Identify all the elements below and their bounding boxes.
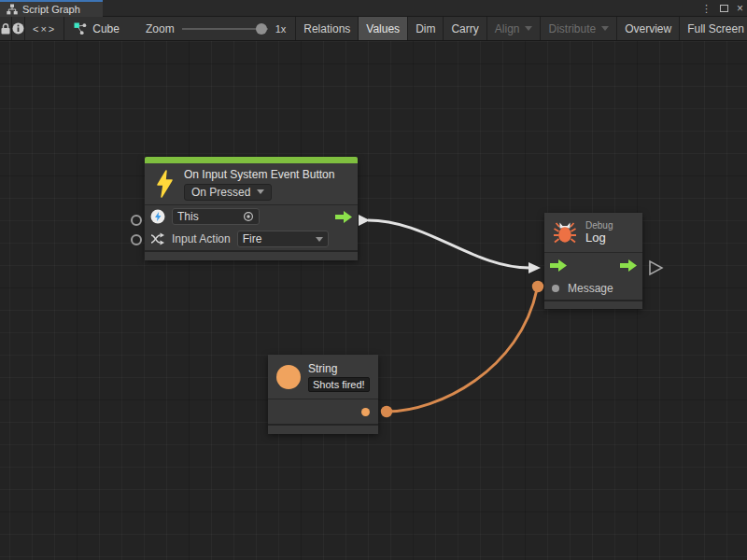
graph-breadcrumb-bar: Cube Zoom 1x [64, 17, 296, 40]
flow-input-port[interactable] [550, 259, 567, 272]
target-object-field[interactable]: This [172, 208, 260, 225]
zoom-label: Zoom [146, 22, 175, 35]
event-mode-value: On Pressed [191, 186, 250, 199]
node-string-literal[interactable]: String Shots fired! [268, 355, 378, 434]
input-action-dropdown[interactable]: Fire [237, 231, 329, 247]
node-title: String [308, 362, 370, 375]
distribute-button[interactable]: Distribute [541, 17, 617, 40]
node-on-input-system-event-button[interactable]: On Input System Event Button On Pressed … [145, 157, 358, 260]
chevron-down-icon [257, 189, 264, 194]
message-label: Message [568, 282, 613, 295]
tab-title: Script Graph [22, 4, 80, 15]
flow-output-arrow-indicator[interactable] [650, 261, 662, 274]
lightning-bolt-icon [154, 170, 175, 198]
distribute-button-label: Distribute [548, 22, 596, 35]
zoom-slider[interactable] [182, 28, 268, 30]
flow-output-port[interactable] [620, 259, 637, 272]
message-input-port[interactable] [552, 285, 559, 292]
chevron-down-icon [525, 26, 532, 31]
tab-script-graph[interactable]: Script Graph [0, 0, 103, 17]
fullscreen-button[interactable]: Full Screen [680, 17, 747, 40]
node-footer [544, 300, 642, 309]
align-button[interactable]: Align [487, 17, 542, 40]
zoom-value: 1x [275, 23, 287, 35]
align-button-label: Align [495, 22, 520, 35]
node-footer [145, 250, 358, 260]
code-view-icon: <×> [33, 23, 56, 35]
carry-button[interactable]: Carry [444, 17, 486, 40]
chevron-down-icon [316, 237, 323, 242]
code-view-button[interactable]: <×> [25, 17, 64, 40]
node-category: Debug [585, 220, 613, 231]
value-connection-string-to-message[interactable] [381, 281, 543, 417]
input-action-label: Input Action [172, 232, 231, 245]
maximize-icon[interactable] [720, 5, 728, 12]
target-object-value: This [177, 210, 199, 223]
chevron-down-icon [601, 26, 609, 31]
event-flow-input-port[interactable] [131, 215, 142, 226]
graph-toolbar: <×> Cube Zoom 1x Relations Values Dim Ca… [0, 17, 747, 41]
flow-connection-event-to-log[interactable] [359, 215, 541, 273]
lock-button[interactable] [0, 17, 12, 40]
event-node-accent-strip [145, 157, 358, 163]
event-value-input-port[interactable] [131, 234, 142, 245]
relations-button[interactable]: Relations [296, 17, 359, 40]
values-button[interactable]: Values [359, 17, 408, 40]
breadcrumb-root[interactable]: Cube [92, 22, 120, 35]
graph-tab-icon [7, 4, 18, 15]
string-type-icon [276, 365, 301, 389]
gameobject-bolt-icon [150, 209, 165, 224]
input-action-port-row: Input Action Fire [145, 228, 358, 250]
zoom-slider-handle[interactable] [256, 23, 267, 35]
overview-button[interactable]: Overview [617, 17, 680, 40]
lock-icon [0, 22, 11, 35]
input-action-value: Fire [243, 232, 262, 245]
node-footer [268, 424, 378, 434]
flow-port-row [544, 253, 642, 277]
graph-canvas[interactable]: On Input System Event Button On Pressed … [0, 41, 747, 560]
node-debug-log[interactable]: Debug Log Message [544, 213, 642, 309]
tab-bar: Script Graph ⋮ × [0, 0, 747, 17]
message-port-row: Message [544, 277, 642, 300]
dim-button[interactable]: Dim [408, 17, 444, 40]
graph-breadcrumb-icon [74, 22, 87, 35]
bug-icon [553, 220, 577, 245]
window-menu-icon[interactable]: ⋮ [701, 3, 712, 15]
string-output-port[interactable] [361, 408, 370, 416]
event-mode-dropdown[interactable]: On Pressed [184, 184, 272, 201]
input-action-icon [150, 232, 165, 245]
target-port-row: This [145, 205, 358, 228]
node-title: Log [585, 231, 613, 245]
object-picker-icon[interactable] [243, 211, 254, 222]
flow-output-port[interactable] [335, 211, 352, 223]
inspect-button[interactable] [12, 17, 25, 40]
close-icon[interactable]: × [737, 4, 743, 13]
node-title: On Input System Event Button [184, 168, 334, 181]
string-value-field[interactable]: Shots fired! [308, 377, 370, 392]
info-icon [12, 22, 24, 35]
